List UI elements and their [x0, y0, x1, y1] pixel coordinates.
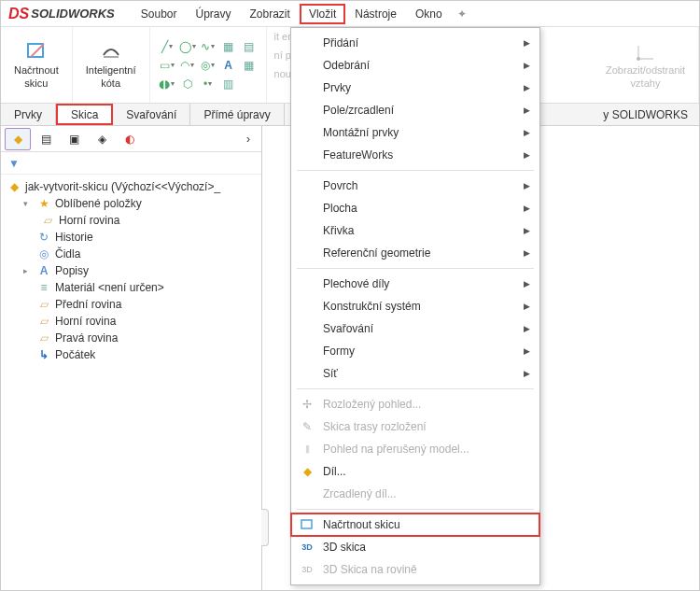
menu-svarovani[interactable]: Svařování▶ [291, 317, 539, 340]
property-icon: ▤ [41, 133, 51, 146]
menu-separator [297, 509, 534, 510]
pin-icon[interactable]: ✦ [457, 7, 467, 21]
svg-rect-6 [301, 520, 312, 528]
route-icon: ✎ [299, 418, 315, 435]
arc-icon[interactable]: ◠▾ [180, 58, 195, 73]
menu-vlozit[interactable]: Vložit [300, 4, 345, 24]
tree-fav-plane[interactable]: ▱ Horní rovina [40, 212, 258, 229]
logo-text: SOLIDWORKS [31, 7, 115, 21]
grid4-icon[interactable]: ▥ [221, 77, 236, 91]
ellipse-icon[interactable]: ◎▾ [201, 58, 216, 73]
menu-featureworks[interactable]: FeatureWorks▶ [291, 144, 539, 166]
dim-label: Inteligentní kóta [86, 64, 136, 89]
menu-separator [297, 268, 534, 269]
smart-dimension-button[interactable]: Inteligentní kóta [80, 36, 142, 92]
grid3-icon[interactable]: ▦ [242, 58, 257, 73]
sensors-label: Čidla [55, 247, 80, 260]
circle-icon[interactable]: ◯▾ [180, 39, 195, 54]
menu-sit[interactable]: Síť▶ [291, 362, 539, 385]
ribbon-tool-row-3: ◖◗▾ ⬡ •▾ ▥ [160, 75, 236, 93]
config-icon: ▣ [69, 133, 79, 146]
display-label: Zobrazit/odstranit vztahy [606, 64, 685, 89]
tree-annotations[interactable]: ▸ A Popisy [23, 262, 258, 279]
text-icon[interactable]: A [221, 58, 236, 73]
hatch-icon[interactable]: ▦ [221, 39, 236, 54]
tree-top-plane[interactable]: ▱ Horní rovina [23, 313, 258, 330]
menu-nastroje[interactable]: Nástroje [345, 4, 406, 24]
menu-krivka[interactable]: Křivka▶ [291, 219, 539, 242]
panel-expand-arrow[interactable]: › [239, 133, 258, 146]
panel-tab-dim[interactable]: ◈ [89, 128, 115, 150]
spline-icon[interactable]: ∿▾ [201, 39, 216, 54]
menu-rozlozeny-pohled: ✢ Rozložený pohled... [291, 393, 539, 415]
tree-material[interactable]: ≡ Materiál <není určen> [23, 279, 258, 296]
tree-origin[interactable]: ↳ Počátek [23, 346, 258, 363]
dimension-icon [100, 40, 122, 63]
3d-plane-icon: 3D [299, 561, 315, 578]
panel-tab-appearance[interactable]: ◐ [117, 128, 143, 150]
ribbon-tool-row-1: ╱▾ ◯▾ ∿▾ ▦ ▤ [160, 37, 257, 56]
material-icon: ≡ [36, 281, 51, 294]
history-label: Historie [55, 231, 93, 244]
fav-label: Oblíbené položky [55, 197, 142, 210]
menu-pole-zrcadleni[interactable]: Pole/zrcadlení▶ [291, 99, 539, 121]
menubar: DS SOLIDWORKS Soubor Úpravy Zobrazit Vlo… [1, 1, 699, 27]
slot-icon[interactable]: ◖◗▾ [160, 77, 175, 91]
part-icon: ◆ [299, 463, 315, 480]
menu-plocha[interactable]: Plocha▶ [291, 197, 539, 219]
menu-okno[interactable]: Okno [406, 4, 452, 24]
origin-label: Počátek [55, 348, 95, 361]
tab-prime-upravy[interactable]: Přímé úpravy [190, 104, 284, 125]
tab-skica[interactable]: Skica [56, 104, 113, 125]
menu-skica-trasy: ✎ Skica trasy rozložení [291, 415, 539, 438]
menu-pridani[interactable]: Přidání▶ [291, 32, 539, 54]
collapse-icon[interactable]: ▾ [23, 199, 33, 208]
panel-slide-handle[interactable] [261, 509, 269, 546]
tree-history[interactable]: ↻ Historie [23, 229, 258, 246]
panel-tab-feature-tree[interactable]: ◆ [5, 128, 31, 150]
panel-tab-property[interactable]: ▤ [33, 128, 59, 150]
menu-3d-skica[interactable]: 3D 3D skica [291, 536, 539, 558]
tree-sensors[interactable]: ◎ Čidla [23, 246, 258, 262]
tree-root[interactable]: ◆ jak-vytvorit-skicu (Výchozí<<Výchozí>_ [7, 178, 258, 195]
menu-povrch[interactable]: Povrch▶ [291, 175, 539, 197]
display-relations-button[interactable]: Zobrazit/odstranit vztahy [600, 36, 691, 92]
filter-bar[interactable]: ▼ [1, 152, 261, 175]
menu-prvky[interactable]: Prvky▶ [291, 77, 539, 99]
sketch-button[interactable]: Načrtnout skicu [8, 36, 64, 92]
menu-montazni-prvky[interactable]: Montážní prvky▶ [291, 121, 539, 144]
insert-menu-dropdown: Přidání▶ Odebrání▶ Prvky▶ Pole/zrcadlení… [290, 27, 540, 585]
ribbon-group-sketch: Načrtnout skicu [1, 27, 73, 103]
plane-icon: ▱ [36, 298, 51, 311]
point-icon[interactable]: •▾ [201, 77, 216, 91]
grid2-icon[interactable]: ▤ [242, 39, 257, 54]
polygon-icon[interactable]: ⬡ [180, 77, 195, 91]
plane-icon: ▱ [36, 315, 51, 328]
tab-prvky[interactable]: Prvky [1, 104, 56, 125]
menu-separator [297, 170, 534, 171]
tree-front-plane[interactable]: ▱ Přední rovina [23, 296, 258, 313]
line-icon[interactable]: ╱▾ [160, 39, 175, 54]
expand-icon[interactable]: ▸ [23, 266, 33, 275]
menu-zobrazit[interactable]: Zobrazit [241, 4, 300, 24]
panel-tab-config[interactable]: ▣ [61, 128, 87, 150]
menu-odebrani[interactable]: Odebrání▶ [291, 54, 539, 77]
menu-ref-geometrie[interactable]: Referenční geometrie▶ [291, 242, 539, 264]
right-label: Pravá rovina [55, 331, 118, 345]
menu-nacrtnout-skicu[interactable]: Načrtnout skicu [291, 514, 539, 536]
ribbon-group-dim: Inteligentní kóta [73, 27, 150, 103]
tab-svarovani[interactable]: Svařování [113, 104, 190, 125]
menu-soubor[interactable]: Soubor [132, 4, 187, 24]
root-label: jak-vytvorit-skicu (Výchozí<<Výchozí>_ [25, 180, 220, 193]
annotations-label: Popisy [55, 264, 89, 277]
tree-favorites[interactable]: ▾ ★ Oblíbené položky [23, 195, 258, 212]
tree-right-plane[interactable]: ▱ Pravá rovina [23, 330, 258, 346]
menu-konstrukcni-system[interactable]: Konstrukční systém▶ [291, 295, 539, 317]
tab-end[interactable]: y SOLIDWORKS [592, 104, 699, 125]
menu-dil[interactable]: ◆ Díl... [291, 460, 539, 483]
feature-tree-icon: ◆ [14, 133, 22, 146]
rect-icon[interactable]: ▭▾ [160, 58, 175, 73]
menu-plechove-dily[interactable]: Plechové díly▶ [291, 273, 539, 295]
menu-formy[interactable]: Formy▶ [291, 340, 539, 362]
menu-upravy[interactable]: Úpravy [187, 4, 241, 24]
